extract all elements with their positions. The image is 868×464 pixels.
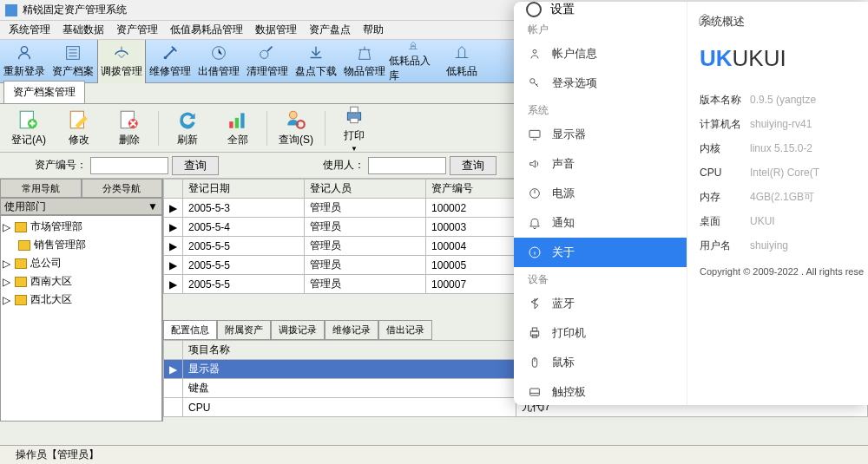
settings-window: 设置 帐户帐户信息登录选项系统显示器声音电源通知关于设备蓝牙打印机鼠标触控板快捷…	[514, 2, 868, 405]
user-search-button[interactable]: 查询	[450, 156, 496, 175]
tool-lowout[interactable]: 低耗品	[437, 40, 486, 83]
set-item-蓝牙[interactable]: 蓝牙	[514, 289, 687, 318]
tool-lowin[interactable]: 低耗品入库	[389, 40, 437, 83]
tool-archive[interactable]: 资产档案	[49, 40, 97, 83]
set-item-关于[interactable]: 关于	[514, 238, 687, 267]
svg-rect-20	[529, 130, 540, 137]
dtab-调拨记录[interactable]: 调拨记录	[271, 320, 325, 340]
set-item-声音[interactable]: 声音	[514, 149, 687, 179]
menu-帮助[interactable]: 帮助	[358, 21, 389, 39]
menu-低值易耗品管理[interactable]: 低值易耗品管理	[165, 21, 248, 39]
dept-tree: ▷市场管理部销售管理部▷总公司▷西南大区▷西北大区	[0, 215, 162, 422]
tool-download[interactable]: 盘点下载	[292, 40, 340, 83]
svg-rect-10	[229, 121, 233, 128]
set-group-设备: 设备	[514, 267, 687, 289]
kv-内核: 内核linux 5.15.0-2	[700, 136, 868, 160]
set-item-通知[interactable]: 通知	[514, 208, 687, 238]
tool-lend[interactable]: 出借管理	[194, 40, 243, 83]
svg-point-4	[260, 50, 268, 58]
set-item-帐户信息[interactable]: 帐户信息	[514, 39, 687, 69]
left-panel: 常用导航 分类导航 使用部门▼ ▷市场管理部销售管理部▷总公司▷西南大区▷西北大…	[0, 179, 163, 422]
svg-point-13	[289, 111, 297, 119]
set-item-电源[interactable]: 电源	[514, 179, 687, 208]
kv-桌面: 桌面UKUI	[700, 209, 868, 233]
app-icon	[5, 4, 17, 16]
tab-asset-archive[interactable]: 资产档案管理	[3, 81, 85, 103]
asset-search-button[interactable]: 查询	[172, 156, 219, 175]
copyright: Copyright © 2009-2022 . All rights rese	[700, 266, 868, 277]
kv-计算机名: 计算机名shuiying-rv41	[700, 112, 868, 136]
home-icon[interactable]	[698, 12, 712, 26]
tree-销售管理部[interactable]: 销售管理部	[3, 236, 160, 254]
all-button[interactable]: 全部	[213, 108, 263, 147]
svg-point-19	[530, 79, 535, 83]
operator-label: 操作员【管理员】	[16, 448, 99, 462]
kv-内存: 内存4GB(2.1GB可	[700, 185, 868, 209]
tree-西北大区[interactable]: ▷西北大区	[3, 291, 160, 309]
overview-heading: 系统概述	[700, 14, 868, 29]
svg-rect-23	[530, 331, 538, 336]
set-item-打印机[interactable]: 打印机	[514, 318, 687, 348]
svg-rect-16	[351, 107, 358, 113]
svg-rect-17	[351, 118, 358, 122]
tool-allocate[interactable]: 调拨管理	[97, 40, 146, 83]
register-button[interactable]: 登记(A)	[3, 108, 54, 147]
kv-CPU: CPUIntel(R) Core(T	[700, 160, 868, 185]
dept-header[interactable]: 使用部门▼	[0, 198, 162, 215]
tool-relogin[interactable]: 重新登录	[0, 40, 49, 83]
svg-rect-24	[532, 328, 536, 331]
set-item-登录选项[interactable]: 登录选项	[514, 69, 687, 98]
menu-基础数据[interactable]: 基础数据	[57, 21, 109, 39]
query-button[interactable]: 查询(S)	[271, 108, 321, 147]
gear-icon	[526, 2, 542, 17]
svg-point-18	[533, 49, 536, 53]
kv-版本名称: 版本名称0.9.5 (yangtze	[700, 88, 868, 112]
menu-数据管理[interactable]: 数据管理	[250, 21, 302, 39]
nav-tab-common[interactable]: 常用导航	[0, 179, 82, 198]
asset-no-label: 资产编号：	[35, 158, 87, 173]
svg-point-0	[21, 47, 27, 53]
set-item-触控板[interactable]: 触控板	[514, 377, 687, 405]
user-label: 使用人：	[312, 158, 365, 173]
col-登记人员[interactable]: 登记人员	[305, 180, 426, 199]
ukui-logo: UKUKUI	[700, 45, 868, 72]
tree-市场管理部[interactable]: ▷市场管理部	[3, 218, 160, 236]
dtab-借出记录[interactable]: 借出记录	[378, 320, 432, 340]
svg-rect-11	[235, 118, 239, 128]
set-group-系统: 系统	[514, 98, 687, 120]
dtab-维修记录[interactable]: 维修记录	[325, 320, 378, 340]
dtab-附属资产[interactable]: 附属资产	[217, 320, 271, 340]
menu-资产管理[interactable]: 资产管理	[111, 21, 163, 39]
tool-repair[interactable]: 维修管理	[146, 40, 194, 83]
kv-用户名: 用户名shuiying	[700, 233, 868, 258]
detail-col-name: 项目名称	[183, 341, 516, 360]
menu-系统管理[interactable]: 系统管理	[3, 21, 56, 39]
app-title: 精锐固定资产管理系统	[23, 3, 127, 17]
print-button[interactable]: 打印 ▼	[329, 104, 379, 153]
refresh-button[interactable]: 刷新	[162, 108, 213, 147]
set-item-显示器[interactable]: 显示器	[514, 120, 687, 149]
set-item-鼠标[interactable]: 鼠标	[514, 348, 687, 377]
tree-总公司[interactable]: ▷总公司	[3, 254, 160, 272]
asset-no-input[interactable]	[90, 157, 168, 174]
modify-button[interactable]: 修改	[54, 108, 104, 147]
settings-header: 设置	[514, 2, 687, 17]
svg-rect-27	[530, 389, 540, 395]
svg-point-2	[164, 56, 168, 60]
user-input[interactable]	[368, 157, 446, 174]
delete-button[interactable]: 删除	[104, 108, 155, 147]
nav-tab-category[interactable]: 分类导航	[82, 179, 163, 198]
col-登记日期[interactable]: 登记日期	[183, 180, 305, 199]
statusbar: 操作员【管理员】	[0, 445, 868, 464]
tree-西南大区[interactable]: ▷西南大区	[3, 272, 160, 291]
dtab-配置信息[interactable]: 配置信息	[163, 320, 217, 340]
menu-资产盘点[interactable]: 资产盘点	[304, 21, 356, 39]
tool-goods[interactable]: 物品管理	[340, 40, 389, 83]
set-group-帐户: 帐户	[514, 17, 687, 39]
tool-clean[interactable]: 清理管理	[243, 40, 292, 83]
svg-rect-12	[240, 113, 244, 127]
